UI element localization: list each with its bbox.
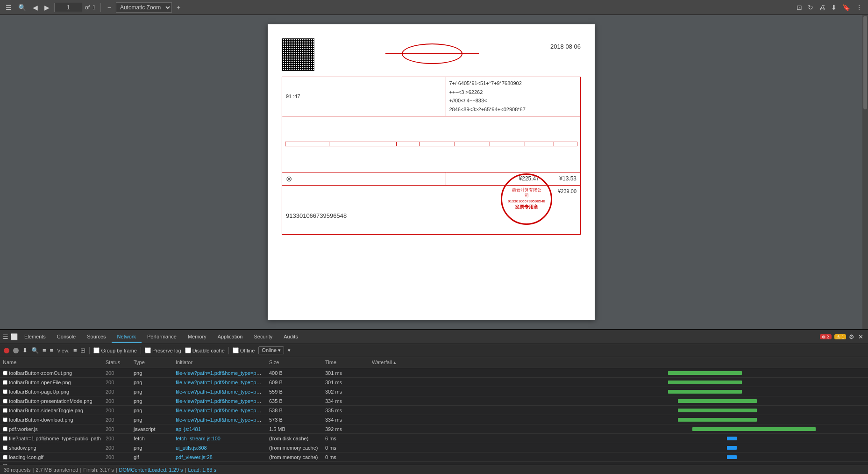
download-button[interactable]: ⬇ — [829, 3, 839, 12]
row-checkbox[interactable] — [3, 445, 7, 450]
print-button[interactable]: 🖨 — [817, 3, 827, 12]
table-row[interactable]: pdf.worker.js 200 javascript api-js:1481… — [0, 424, 868, 434]
row-time: 0 ms — [322, 454, 369, 460]
header-initiator[interactable]: Initiator — [173, 359, 266, 366]
devtools-toggle-button[interactable]: ☰ — [2, 332, 9, 341]
filter-type-button[interactable]: ≡ — [50, 347, 54, 354]
row-type: png — [131, 445, 173, 451]
row-checkbox[interactable] — [3, 417, 7, 422]
filter-dropdown[interactable]: ▾ — [288, 347, 291, 353]
row-checkbox[interactable] — [3, 399, 7, 403]
row-waterfall — [369, 435, 868, 442]
view-list-button[interactable]: ≡ — [73, 347, 77, 354]
row-checkbox[interactable] — [3, 408, 7, 413]
header-name[interactable]: Name — [0, 359, 103, 366]
tab-security[interactable]: Security — [248, 331, 278, 343]
tab-elements[interactable]: Elements — [19, 331, 51, 343]
row-size: 400 B — [266, 370, 322, 376]
header-status[interactable]: Status — [103, 359, 131, 366]
pdf-scrollbar[interactable] — [862, 15, 868, 329]
filter-button[interactable]: ⬇ — [22, 347, 28, 354]
tab-audits[interactable]: Audits — [278, 331, 304, 343]
page-number-input[interactable] — [54, 3, 82, 12]
row-checkbox[interactable] — [3, 427, 7, 431]
row-time: 6 ms — [322, 435, 369, 442]
rotate-cw-button[interactable]: ↻ — [806, 3, 815, 12]
tab-memory[interactable]: Memory — [182, 331, 212, 343]
zoom-select[interactable]: Automatic Zoom Actual Size Fit Page Fit … — [116, 2, 172, 13]
header-waterfall[interactable]: Waterfall ▴ — [369, 359, 868, 366]
row-size: (from memory cache) — [266, 454, 322, 460]
more-button[interactable]: ⋮ — [854, 3, 864, 12]
tab-performance[interactable]: Performance — [142, 331, 182, 343]
table-row[interactable]: toolbarButton-openFile.png 200 png file-… — [0, 378, 868, 387]
row-status: 200 — [103, 445, 131, 451]
tab-console[interactable]: Console — [51, 331, 81, 343]
search-button[interactable]: 🔍 — [16, 3, 28, 12]
stamp-company: 惠云计算有限公 司 — [512, 187, 541, 198]
row-waterfall — [369, 388, 868, 395]
view-large-button[interactable]: ⊞ — [80, 347, 85, 354]
invoice-codes: 7+/-6405*91<51+*7+9*7680902 ++−<3 >62262… — [446, 77, 581, 116]
status-sep2: | — [80, 467, 81, 473]
row-waterfall — [369, 407, 868, 414]
fit-page-button[interactable]: ⊡ — [795, 3, 804, 12]
table-row[interactable]: file?path=1.pdf&home_type=public_path 20… — [0, 434, 868, 443]
dom-content-loaded[interactable]: DOMContentLoaded: 1.29 s — [119, 467, 183, 473]
preserve-log-label[interactable]: Preserve log — [145, 347, 181, 353]
table-row[interactable]: toolbarButton-presentationMode.png 200 p… — [0, 396, 868, 406]
search-network-button[interactable]: 🔍 — [31, 347, 39, 354]
group-by-frame-label[interactable]: Group by frame — [93, 347, 136, 353]
header-type[interactable]: Type — [131, 359, 173, 366]
header-size[interactable]: Size — [266, 359, 322, 366]
table-row[interactable]: toolbarButton-pageUp.png 200 png file-vi… — [0, 387, 868, 396]
zoom-out-button[interactable]: − — [106, 3, 113, 12]
nt-sep2 — [141, 347, 141, 354]
bookmark-button[interactable]: 🔖 — [840, 3, 852, 12]
row-checkbox[interactable] — [3, 380, 7, 385]
devtools-settings-button[interactable]: ⚙ — [848, 332, 855, 341]
header-time[interactable]: Time — [322, 359, 369, 366]
hide-data-urls-button[interactable]: ≡ — [43, 347, 46, 354]
row-time: 334 ms — [322, 398, 369, 404]
row-initiator: ui_utils.js:808 — [173, 445, 266, 451]
row-waterfall — [369, 463, 868, 465]
tab-sources[interactable]: Sources — [81, 331, 111, 343]
pdf-scroll-thumb[interactable] — [863, 16, 867, 109]
table-row[interactable]: toolbarButton-download.png 200 png file-… — [0, 415, 868, 424]
load-time[interactable]: Load: 1.63 s — [188, 467, 216, 473]
tab-network[interactable]: Network — [112, 331, 142, 343]
devtools-inspect-button[interactable]: ⬜ — [9, 332, 19, 341]
throttle-dropdown[interactable]: Online ▾ — [258, 346, 284, 354]
offline-label[interactable]: Offline — [233, 347, 255, 353]
table-row[interactable]: toolbarButton-sidebarToggle.png 200 png … — [0, 406, 868, 415]
row-waterfall — [369, 453, 868, 461]
table-row[interactable]: toolbarButton-zoomOut.png 200 png file-v… — [0, 368, 868, 378]
row-time: 335 ms — [322, 407, 369, 414]
disable-cache-checkbox[interactable] — [185, 347, 191, 353]
record-button[interactable] — [4, 348, 9, 353]
clear-button[interactable] — [13, 348, 19, 353]
preserve-log-checkbox[interactable] — [145, 347, 151, 353]
row-checkbox[interactable] — [3, 389, 7, 394]
row-checkbox[interactable] — [3, 455, 7, 460]
tab-application[interactable]: Application — [212, 331, 249, 343]
row-checkbox[interactable] — [3, 436, 7, 441]
pdf-scroll-area[interactable]: 2018 08 06 91 :47 7+/-6405*91<51+*7+9*76… — [0, 15, 862, 329]
stamp-tax-id: 913301066739596548 — [508, 199, 545, 204]
next-page-button[interactable]: ▶ — [43, 3, 51, 12]
offline-checkbox[interactable] — [233, 347, 239, 353]
disable-cache-label[interactable]: Disable cache — [185, 347, 225, 353]
group-by-frame-checkbox[interactable] — [93, 347, 100, 353]
row-waterfall — [369, 369, 868, 377]
devtools-close-button[interactable]: ✕ — [857, 332, 864, 341]
tax-id-row: 913301066739596548 惠云计算有限公 司 91330106673… — [282, 197, 581, 234]
table-row[interactable]: shadow.png 200 png ui_utils.js:808 (from… — [0, 443, 868, 452]
row-checkbox[interactable] — [3, 371, 7, 375]
zoom-in-button[interactable]: + — [175, 3, 182, 12]
network-rows[interactable]: toolbarButton-zoomOut.png 200 png file-v… — [0, 368, 868, 465]
row-time: 0 ms — [322, 445, 369, 451]
toggle-sidebar-button[interactable]: ☰ — [4, 3, 14, 12]
table-row[interactable]: loading-icon.gif 200 gif pdf_viewer.js:2… — [0, 452, 868, 462]
prev-page-button[interactable]: ◀ — [31, 3, 40, 12]
